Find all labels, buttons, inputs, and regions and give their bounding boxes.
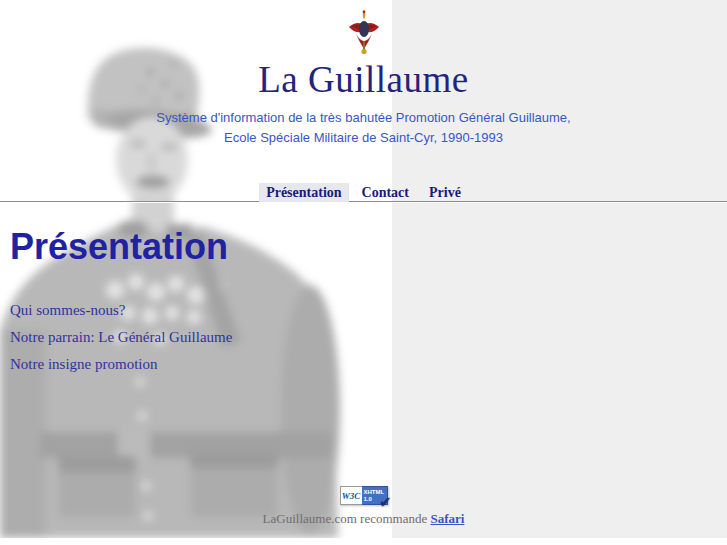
list-item: Notre insigne promotion	[10, 355, 232, 373]
xhtml-version: 1.0	[364, 496, 372, 503]
page: La Guillaume Système d'information de la…	[0, 0, 727, 545]
recommendation-line: LaGuillaume.com recommande Safari	[0, 511, 727, 527]
w3c-xhtml-badge[interactable]: W3C XHTML 1.0 ✔	[340, 486, 388, 505]
nav-item-prive[interactable]: Privé	[422, 183, 468, 202]
footer: W3C XHTML 1.0 ✔ LaGuillaume.com recomman…	[0, 486, 727, 527]
site-title: La Guillaume	[0, 58, 727, 101]
subtitle-line-1: Système d'information de la très bahutée…	[156, 110, 570, 125]
nav-item-contact[interactable]: Contact	[355, 183, 416, 202]
main-content: Présentation Qui sommes-nous? Notre parr…	[10, 226, 232, 382]
header: La Guillaume Système d'information de la…	[0, 0, 727, 148]
link-notre-insigne[interactable]: Notre insigne promotion	[10, 356, 157, 372]
safari-link[interactable]: Safari	[430, 511, 464, 526]
main-nav: Présentation Contact Privé	[0, 183, 727, 201]
promotion-crest-icon	[347, 8, 381, 56]
content-links: Qui sommes-nous? Notre parrain: Le Génér…	[10, 301, 232, 373]
link-notre-parrain[interactable]: Notre parrain: Le Général Guillaume	[10, 329, 232, 345]
list-item: Notre parrain: Le Général Guillaume	[10, 328, 232, 346]
link-qui-sommes-nous[interactable]: Qui sommes-nous?	[10, 302, 125, 318]
w3c-logo: W3C	[340, 486, 362, 505]
nav-item-presentation[interactable]: Présentation	[259, 183, 348, 202]
page-title: Présentation	[10, 226, 232, 268]
recommendation-text: LaGuillaume.com recommande	[263, 511, 428, 526]
site-subtitle: Système d'information de la très bahutée…	[0, 108, 727, 148]
subtitle-line-2: Ecole Spéciale Militaire de Saint-Cyr, 1…	[224, 130, 503, 145]
checkmark-icon: ✔	[379, 495, 392, 510]
list-item: Qui sommes-nous?	[10, 301, 232, 319]
